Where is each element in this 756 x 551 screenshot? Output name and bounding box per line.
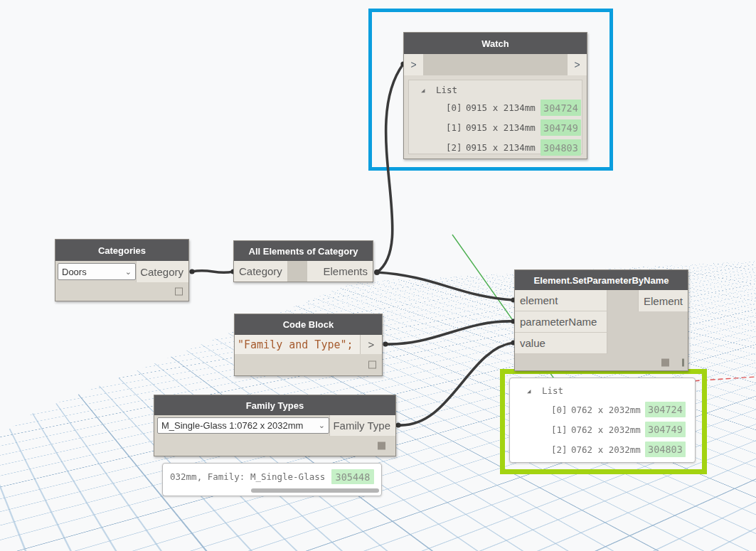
list-item-index: [1] — [446, 122, 462, 133]
list-item-value: 0762 x 2032mm — [571, 444, 641, 455]
list-item-value: 0915 x 2134mm — [466, 142, 536, 153]
element-id-badge: 304803 — [645, 442, 686, 457]
categories-dropdown-value: Doors — [62, 267, 87, 277]
allcat-input-port[interactable]: Category — [234, 261, 288, 282]
setparam-preview-bubble: ◢ List [0] 0762 x 2032mm 304724 [1] 0762… — [509, 378, 696, 463]
node-watch[interactable]: Watch > > ◢ List [0] 0915 x 2134mm 30472… — [403, 32, 587, 159]
element-id-badge: 304749 — [541, 119, 581, 136]
node-code-block[interactable]: Code Block "Family and Type"; > — [234, 314, 383, 376]
preview-text: 032mm, Family: M_Single-Glass 1 — [170, 471, 336, 482]
setparam-output-port[interactable]: Element — [638, 290, 688, 311]
expander-icon[interactable]: ◢ — [527, 387, 531, 395]
list-item-index: [2] — [446, 142, 462, 153]
preview-toggle[interactable] — [378, 442, 385, 450]
expander-icon[interactable]: ◢ — [421, 87, 425, 94]
setparam-input-parametername[interactable]: parameterName — [515, 311, 607, 333]
chevron-down-icon: ⌄ — [125, 268, 132, 276]
list-item-value: 0915 x 2134mm — [466, 102, 536, 113]
allcat-port-gap — [288, 261, 307, 282]
wire-codeblock-to-parametername[interactable] — [385, 321, 513, 344]
preview-toggle[interactable] — [175, 288, 183, 296]
node-categories-title[interactable]: Categories — [55, 240, 188, 261]
family-types-dropdown[interactable]: M_Single-Glass 1:0762 x 2032mm ⌄ — [157, 417, 329, 434]
setparam-input-element[interactable]: element — [515, 290, 607, 311]
familytypes-preview-bubble: 032mm, Family: M_Single-Glass 1 305448 — [162, 463, 382, 496]
preview-list-label: List — [542, 385, 563, 396]
list-item-index: [2] — [551, 444, 568, 455]
element-id-badge: 304803 — [541, 139, 581, 156]
list-item-index: [0] — [551, 405, 568, 415]
watch-input-port[interactable]: > — [404, 54, 423, 75]
element-id-badge: 305448 — [331, 469, 374, 484]
categories-dropdown[interactable]: Doors ⌄ — [58, 263, 136, 280]
wire-elements-to-watch[interactable] — [377, 64, 403, 272]
node-allcat-title[interactable]: All Elements of Category — [234, 241, 373, 261]
element-id-badge: 304724 — [541, 100, 581, 116]
watch-output-port[interactable]: > — [568, 54, 587, 75]
node-element-setparameterbyname[interactable]: Element.SetParameterByName element param… — [514, 269, 688, 371]
preview-toggle[interactable] — [368, 361, 376, 369]
list-item-index: [0] — [446, 102, 462, 113]
node-all-elements-of-category[interactable]: All Elements of Category Category Elemen… — [233, 240, 373, 282]
family-types-dropdown-value: M_Single-Glass 1:0762 x 2032mm — [161, 420, 303, 431]
familytypes-output-port[interactable]: Family Type — [329, 415, 395, 436]
wire-familytype-to-value[interactable] — [398, 343, 513, 425]
element-id-badge: 304749 — [645, 422, 686, 437]
node-watch-title[interactable]: Watch — [404, 33, 587, 54]
lacing-indicator-icon[interactable] — [682, 358, 684, 366]
element-id-badge: 304724 — [645, 402, 686, 417]
categories-footer — [55, 282, 188, 301]
watch-list-label: List — [436, 85, 457, 95]
familytypes-footer — [154, 436, 395, 456]
wire-elements-to-element[interactable] — [377, 272, 513, 300]
list-item-index: [1] — [551, 424, 568, 435]
list-item-value: 0762 x 2032mm — [571, 405, 641, 415]
watch-preview-area: ◢ List [0] 0915 x 2134mm 304724 [1] 0915… — [408, 80, 582, 154]
list-item-value: 0762 x 2032mm — [571, 424, 641, 435]
codeblock-footer — [235, 354, 382, 375]
node-setparam-title[interactable]: Element.SetParameterByName — [515, 270, 688, 290]
node-categories[interactable]: Categories Doors ⌄ Category — [55, 239, 189, 301]
node-familytypes-title[interactable]: Family Types — [154, 395, 395, 415]
code-block-code[interactable]: "Family and Type"; — [235, 335, 360, 354]
allcat-output-port[interactable]: Elements — [307, 261, 373, 282]
node-codeblock-title[interactable]: Code Block — [235, 314, 382, 335]
setparam-input-value[interactable]: value — [515, 333, 607, 354]
codeblock-output-port[interactable]: > — [360, 335, 382, 354]
chevron-down-icon: ⌄ — [319, 422, 325, 429]
horizontal-scrollbar[interactable] — [251, 488, 379, 493]
dynamo-canvas[interactable]: Watch > > ◢ List [0] 0915 x 2134mm 30472… — [0, 0, 756, 551]
preview-toggle[interactable] — [661, 358, 669, 366]
list-item-value: 0915 x 2134mm — [466, 122, 536, 133]
categories-output-port[interactable]: Category — [136, 261, 188, 282]
watch-port-gap — [423, 54, 568, 75]
wire-category-to-allelements[interactable] — [192, 271, 233, 273]
setparam-footer — [515, 354, 688, 370]
node-family-types[interactable]: Family Types M_Single-Glass 1:0762 x 203… — [154, 395, 396, 456]
